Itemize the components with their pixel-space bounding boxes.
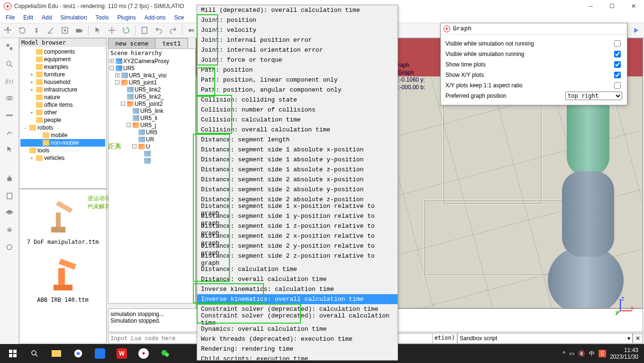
clock[interactable]: 11:432023/11/30 bbox=[610, 347, 638, 361]
move-icon[interactable] bbox=[106, 24, 118, 37]
start-button[interactable] bbox=[2, 344, 24, 363]
hierarchy-item[interactable]: +XYZCameraProxy bbox=[109, 57, 195, 65]
select-icon[interactable] bbox=[91, 24, 104, 37]
hierarchy-item[interactable]: UR5_link bbox=[109, 107, 195, 114]
model-browser-item[interactable]: tools bbox=[20, 147, 105, 154]
camera-angle-icon[interactable] bbox=[45, 24, 57, 37]
menu-item[interactable]: Joint: force or torque bbox=[197, 55, 398, 65]
menu-add[interactable]: Add bbox=[38, 13, 55, 22]
menu-item[interactable]: Collision: calculation time bbox=[197, 115, 398, 125]
menu-edit[interactable]: Edit bbox=[19, 13, 37, 22]
script-icon[interactable] bbox=[2, 189, 17, 203]
model-browser-item[interactable]: -robots bbox=[20, 124, 105, 131]
menu-item[interactable]: Joint: internal position error bbox=[197, 35, 398, 45]
data-stream-type-menu[interactable]: Mill (deprecated): overall calculation t… bbox=[197, 5, 398, 361]
model-browser-item[interactable]: non-mobile bbox=[20, 139, 105, 147]
fit-view-icon[interactable] bbox=[59, 24, 71, 37]
menu-item[interactable]: Collision: colliding state bbox=[197, 95, 398, 105]
clear-button[interactable]: ✕ bbox=[633, 333, 643, 344]
assembly-icon[interactable] bbox=[2, 40, 17, 54]
menu-simulation[interactable]: Simulation bbox=[56, 13, 91, 22]
hierarchy-item[interactable] bbox=[109, 157, 195, 164]
hierarchy-item[interactable]: UR5_li bbox=[109, 114, 195, 121]
distance-icon[interactable] bbox=[2, 108, 17, 122]
menu-item[interactable]: Rendering: rendering time bbox=[197, 344, 398, 354]
menu-item[interactable]: Distance: overall calculation time bbox=[197, 274, 398, 284]
hierarchy-item[interactable]: -U bbox=[109, 143, 195, 150]
gear-icon[interactable] bbox=[2, 223, 17, 237]
close-button[interactable]: ✕ bbox=[623, 0, 644, 12]
menu-item[interactable]: Distance: segment side 2 absolute x-posi… bbox=[197, 175, 398, 185]
hierarchy-item[interactable]: -UR5_joint2 bbox=[109, 100, 195, 107]
rotate-icon[interactable] bbox=[120, 24, 132, 37]
menu-item[interactable]: Mill (deprecated): overall calculation t… bbox=[197, 5, 398, 15]
menu-item[interactable]: Path: position bbox=[197, 65, 398, 75]
menu-item[interactable]: Collision: overall calculation time bbox=[197, 125, 398, 135]
menu-item[interactable]: Path: position, angular component only bbox=[197, 85, 398, 95]
model-browser-item[interactable]: office items bbox=[20, 101, 105, 109]
menu-item[interactable]: Distance: segment side 2 z-position rela… bbox=[197, 254, 398, 264]
redo-icon[interactable] bbox=[167, 24, 179, 37]
hierarchy-item[interactable]: -UR5 bbox=[109, 65, 195, 72]
model-browser-item[interactable]: +furniture bbox=[20, 71, 105, 78]
volume-icon[interactable]: 🔇 bbox=[578, 350, 585, 357]
graph-option-checkbox[interactable] bbox=[614, 51, 621, 57]
model-browser-item[interactable]: +household bbox=[20, 78, 105, 86]
model-browser-item[interactable]: +infrastructure bbox=[20, 86, 105, 93]
collision-icon[interactable] bbox=[2, 91, 17, 105]
hierarchy-item[interactable]: UR5 bbox=[109, 129, 195, 136]
layers-icon[interactable] bbox=[2, 206, 17, 220]
shape-icon[interactable] bbox=[2, 240, 17, 254]
camera-zoom-icon[interactable] bbox=[30, 24, 43, 37]
menu-item[interactable]: Joint: velocity bbox=[197, 25, 398, 35]
model-browser-item[interactable]: nature bbox=[20, 93, 105, 101]
physics-engine-icon[interactable] bbox=[185, 24, 198, 37]
tab-new-scene[interactable]: new scene bbox=[108, 38, 155, 48]
search-icon[interactable] bbox=[2, 57, 17, 71]
graph-option-checkbox[interactable] bbox=[614, 72, 621, 78]
camera-pan-icon[interactable] bbox=[2, 24, 14, 37]
graph-position-select[interactable]: top right bbox=[565, 92, 622, 100]
model-browser-item[interactable]: +other bbox=[20, 109, 105, 116]
hierarchy-item[interactable]: -UR5_j bbox=[109, 121, 195, 129]
model-thumb[interactable]: ABB IRB 140.ttm bbox=[21, 249, 104, 303]
chrome-icon[interactable] bbox=[67, 344, 89, 363]
minimize-button[interactable]: ─ bbox=[580, 0, 601, 12]
model-browser-item[interactable]: people bbox=[20, 116, 105, 124]
model-browser-item[interactable]: mobile bbox=[20, 131, 105, 139]
app-icon-1[interactable] bbox=[89, 344, 111, 363]
camera-icon[interactable] bbox=[73, 24, 85, 37]
menu-item[interactable]: Joint: position bbox=[197, 15, 398, 25]
menu-scenes[interactable]: Sce bbox=[171, 13, 188, 22]
hierarchy-item[interactable]: +UR5_link1_visi bbox=[109, 72, 195, 79]
menu-item[interactable]: Distance: segment side 2 absolute y-posi… bbox=[197, 185, 398, 195]
explorer-icon[interactable] bbox=[45, 344, 67, 363]
menu-item[interactable]: Inverse kinematics: overall calculation … bbox=[197, 294, 398, 304]
click-select-icon[interactable] bbox=[2, 142, 17, 157]
menu-file[interactable]: File bbox=[2, 13, 18, 22]
robot-icon[interactable] bbox=[2, 172, 17, 186]
sogou-icon[interactable]: S bbox=[599, 350, 606, 357]
menu-plugins[interactable]: Plugins bbox=[113, 13, 139, 22]
graph-option-checkbox[interactable] bbox=[614, 61, 621, 68]
menu-tools[interactable]: Tools bbox=[91, 13, 112, 22]
undo-icon[interactable] bbox=[153, 24, 165, 37]
tab-test1[interactable]: test1 bbox=[155, 38, 188, 48]
model-browser-item[interactable]: equipment bbox=[20, 56, 105, 63]
menu-item[interactable]: Joint: internal orientation error bbox=[197, 45, 398, 55]
page-icon[interactable] bbox=[138, 24, 151, 37]
menu-item[interactable]: Distance: segment side 1 absolute x-posi… bbox=[197, 145, 398, 155]
wps-icon[interactable]: W bbox=[111, 344, 133, 363]
script-selector[interactable]: Sandbox script▾ bbox=[457, 333, 633, 344]
menu-item[interactable]: Path: position, linear component only bbox=[197, 75, 398, 85]
menu-item[interactable]: Constraint solver (deprecated): overall … bbox=[197, 314, 398, 324]
coppeliasim-taskbar-icon[interactable]: ✦ bbox=[133, 344, 154, 363]
hierarchy-item[interactable]: UR bbox=[109, 136, 195, 143]
model-browser-item[interactable]: components bbox=[20, 48, 105, 56]
wechat-icon[interactable] bbox=[154, 344, 176, 363]
model-browser-item[interactable]: +vehicles bbox=[20, 154, 105, 162]
hierarchy-item[interactable]: UR5_link2 bbox=[109, 86, 195, 93]
hierarchy-item[interactable] bbox=[109, 150, 195, 157]
model-browser-item[interactable]: examples bbox=[20, 63, 105, 71]
graph-option-checkbox[interactable] bbox=[614, 82, 621, 89]
